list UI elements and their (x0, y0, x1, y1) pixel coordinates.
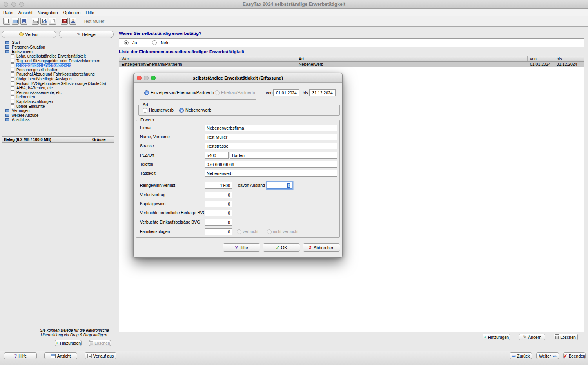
tree-item[interactable]: übrige Einkünfte (2, 104, 114, 108)
main-change-button[interactable]: ✎ Ändern (519, 334, 545, 340)
bvg-ordentlich-input[interactable]: 0 (205, 210, 232, 216)
dialog-hilfe-button[interactable]: ? Hilfe (223, 243, 260, 252)
nebenerwerb-radio[interactable] (179, 108, 184, 113)
reingewinn-input[interactable]: 1'500 (205, 182, 232, 189)
bottom-hilfe-button[interactable]: ? Hilfe (4, 352, 37, 359)
tree-item[interactable]: weitere Abzüge (2, 113, 114, 118)
document-icon (11, 77, 14, 81)
folder-icon (5, 118, 9, 121)
tree-item[interactable]: Leibrenten (2, 95, 114, 99)
tree-item[interactable]: Vermögen (2, 108, 114, 113)
belege-button[interactable] (61, 18, 68, 25)
tree-item[interactable]: Einkommen (2, 49, 114, 54)
menu-navigation[interactable]: Navigation (38, 10, 58, 15)
kapitalgewinn-input[interactable]: 0 (205, 201, 232, 207)
main-delete-button[interactable]: Löschen (554, 334, 578, 340)
nein-radio[interactable] (152, 40, 157, 45)
firma-input[interactable]: Nebenerwerbsfirma (205, 125, 337, 131)
tree-item-label: Leibrenten (16, 95, 36, 99)
ort-input[interactable]: Baden (230, 152, 337, 159)
strasse-input[interactable]: Teststrasse (205, 143, 337, 149)
groesse-column-header[interactable]: Grösse (90, 136, 114, 143)
menu-optionen[interactable]: Optionen (63, 10, 81, 15)
tree-item[interactable]: AHV-, IV-Renten, etc. (2, 86, 114, 90)
reingewinn-label: Reingewinn/Verlust (140, 183, 175, 188)
bvg-einkauf-input[interactable]: 0 (205, 219, 232, 226)
tree-item[interactable]: übrige berufsbedingte Auslagen (2, 77, 114, 81)
bottom-verlauf-aus-button[interactable]: Verlauf aus (85, 352, 116, 359)
main-add-button[interactable]: + Hinzufügen (483, 334, 510, 340)
dialog-traffic-lights (137, 76, 156, 80)
folder-icon (5, 114, 9, 117)
familienzulagen-label: Familienzulagen (140, 229, 170, 234)
von-date-input[interactable]: 01.01.2024 (273, 89, 299, 96)
dialog-titlebar: selbstständige Erwerbstätigkeit (Erfassu… (134, 73, 342, 83)
x-icon: ✗ (309, 245, 312, 250)
verbucht-radio[interactable] (237, 229, 241, 234)
dialog-abbrechen-button[interactable]: ✗ Abbrechen (303, 243, 340, 252)
column-header-von[interactable]: von (528, 56, 554, 61)
new-document-button[interactable] (3, 18, 10, 25)
tree-item-label: übrige Einkünfte (16, 104, 45, 108)
weiter-button[interactable]: Weiter »» (536, 352, 559, 359)
plz-input[interactable]: 5400 (205, 152, 229, 159)
person-info-button[interactable] (69, 18, 76, 25)
beenden-button[interactable]: ✗ Beenden (563, 352, 586, 359)
menu-datei[interactable]: Datei (3, 10, 13, 15)
folder-icon (5, 50, 9, 53)
column-header-art[interactable]: Art (296, 56, 528, 61)
sidebar-add-beleg-button[interactable]: + Hinzufügen (55, 340, 82, 346)
bottom-ansicht-button[interactable]: Ansicht (44, 352, 77, 359)
bottom-verlauf-aus-label: Verlauf aus (93, 354, 114, 358)
tree-item[interactable]: Einkauf BVG/gebundene Selbstvorsorge (Sä… (2, 81, 114, 86)
davon-ausland-input[interactable]: 0 (267, 182, 292, 189)
dialog-ok-button[interactable]: ✓ OK (263, 243, 300, 252)
tree-item[interactable]: Personen-Situation (2, 45, 114, 50)
ja-radio[interactable] (124, 40, 129, 45)
list-heading: Liste der Einkommen aus selbstständiger … (119, 49, 244, 54)
selected-text: 0 (287, 183, 290, 188)
export-button[interactable] (49, 18, 56, 25)
verlauf-button[interactable]: Verlauf (2, 31, 56, 38)
nicht-verbucht-radio[interactable] (267, 229, 272, 234)
tree-item[interactable]: selbstständige Erwerbstätigkeit (2, 63, 114, 68)
tree-item[interactable]: Personengesellschaften (2, 68, 114, 72)
dialog-close-button[interactable] (137, 76, 142, 80)
drag-drop-hint: Sie können Belege für die elektronische … (36, 328, 113, 338)
column-header-wer[interactable]: Wer (119, 56, 296, 61)
menu-hilfe[interactable]: Hilfe (85, 10, 94, 15)
bis-date-input[interactable]: 31.12.2024 (309, 89, 336, 96)
tree-item[interactable]: Lohn, unselbstständige Erwerbstätigkeit (2, 54, 114, 59)
question-mark-icon: ? (14, 353, 17, 359)
beenden-label: Beenden (569, 354, 585, 358)
column-header-bis[interactable]: bis (554, 56, 584, 61)
familienzulagen-input[interactable]: 0 (205, 228, 232, 235)
tree-item[interactable]: Abschluss (2, 117, 114, 122)
menu-ansicht[interactable]: Ansicht (18, 10, 33, 15)
dialog-minimize-button[interactable] (144, 76, 149, 80)
verlustvortrag-input[interactable]: 0 (205, 192, 232, 198)
name-input[interactable]: Test Müller (205, 134, 337, 140)
folder-icon (5, 109, 9, 112)
tree-item[interactable]: Kapitalauszahlungen (2, 99, 114, 104)
save-button[interactable] (20, 18, 27, 25)
open-button[interactable] (12, 18, 19, 25)
tree-item[interactable]: Start (2, 40, 114, 45)
haupterwerb-radio[interactable] (143, 108, 147, 113)
tree-item[interactable]: Pensionskassenrente, etc. (2, 90, 114, 95)
print-button[interactable] (32, 18, 39, 25)
zurueck-button[interactable]: «« Zurück (510, 352, 532, 359)
sidebar-delete-beleg-button[interactable]: Löschen (89, 340, 111, 346)
tree-item[interactable]: Pauschal Abzug und Fahrtkostenberechnung (2, 72, 114, 77)
taetigkeit-input[interactable]: Nebenerwerb (205, 170, 337, 177)
belege-tab-button[interactable]: ✎ Belege (59, 31, 114, 38)
beleg-size-column-header[interactable]: Beleg (6.2 MB / 100.0 MB) (2, 136, 90, 143)
table-row[interactable]: Einzelperson/Ehemann/PartnerIn Nebenerwe… (119, 62, 584, 67)
einzelperson-radio[interactable] (144, 90, 149, 95)
preview-button[interactable] (40, 18, 47, 25)
telefon-input[interactable]: 076 666 66 66 (205, 161, 337, 168)
ehefrau-radio[interactable] (215, 90, 220, 95)
dialog-zoom-button[interactable] (151, 76, 156, 80)
kapitalgewinn-label: Kapitalgewinn (140, 201, 165, 206)
tree-item[interactable]: Tag- und Sitzungsgelder oder Ersatzeinko… (2, 58, 114, 63)
